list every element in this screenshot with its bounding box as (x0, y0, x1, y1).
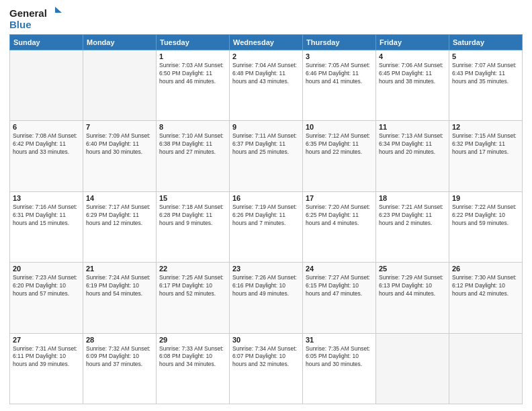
cell-0-2: 1Sunrise: 7:03 AM Sunset: 6:50 PM Daylig… (157, 50, 230, 121)
cell-day-number: 15 (159, 194, 226, 202)
cell-3-3: 23Sunrise: 7:26 AM Sunset: 6:16 PM Dayli… (230, 263, 303, 333)
cell-info-text: Sunrise: 7:17 AM Sunset: 6:29 PM Dayligh… (86, 203, 153, 228)
cell-1-6: 12Sunrise: 7:15 AM Sunset: 6:32 PM Dayli… (449, 121, 523, 191)
cell-2-1: 14Sunrise: 7:17 AM Sunset: 6:29 PM Dayli… (83, 191, 157, 262)
logo-bird-icon (48, 7, 62, 19)
cell-day-number: 14 (86, 194, 153, 202)
cell-4-2: 29Sunrise: 7:33 AM Sunset: 6:08 PM Dayli… (157, 333, 230, 404)
header-sunday: Sunday (10, 35, 83, 50)
cell-info-text: Sunrise: 7:35 AM Sunset: 6:05 PM Dayligh… (306, 345, 373, 369)
cell-day-number: 5 (452, 52, 519, 60)
cell-info-text: Sunrise: 7:11 AM Sunset: 6:37 PM Dayligh… (232, 132, 300, 156)
cell-day-number: 16 (232, 194, 300, 202)
cell-info-text: Sunrise: 7:19 AM Sunset: 6:26 PM Dayligh… (232, 203, 300, 228)
cell-day-number: 7 (86, 123, 153, 131)
cell-0-3: 2Sunrise: 7:04 AM Sunset: 6:48 PM Daylig… (230, 50, 303, 121)
cell-1-0: 6Sunrise: 7:08 AM Sunset: 6:42 PM Daylig… (10, 121, 83, 191)
cell-3-0: 20Sunrise: 7:23 AM Sunset: 6:20 PM Dayli… (10, 263, 83, 333)
cell-3-4: 24Sunrise: 7:27 AM Sunset: 6:15 PM Dayli… (303, 263, 376, 333)
cell-info-text: Sunrise: 7:23 AM Sunset: 6:20 PM Dayligh… (13, 274, 80, 298)
cell-3-6: 26Sunrise: 7:30 AM Sunset: 6:12 PM Dayli… (449, 263, 523, 333)
cell-2-0: 13Sunrise: 7:16 AM Sunset: 6:31 PM Dayli… (10, 191, 83, 262)
header-friday: Friday (376, 35, 449, 50)
cell-info-text: Sunrise: 7:09 AM Sunset: 6:40 PM Dayligh… (86, 132, 153, 156)
cell-day-number: 17 (306, 194, 373, 202)
cell-day-number: 3 (306, 52, 373, 60)
cell-day-number: 1 (159, 52, 226, 60)
cell-0-4: 3Sunrise: 7:05 AM Sunset: 6:46 PM Daylig… (303, 50, 376, 121)
cell-day-number: 4 (379, 52, 446, 60)
cell-day-number: 28 (86, 336, 153, 344)
cell-day-number: 27 (13, 336, 80, 344)
cell-1-5: 11Sunrise: 7:13 AM Sunset: 6:34 PM Dayli… (376, 121, 449, 191)
cell-day-number: 6 (13, 123, 80, 131)
cell-info-text: Sunrise: 7:10 AM Sunset: 6:38 PM Dayligh… (159, 132, 226, 156)
cell-info-text: Sunrise: 7:25 AM Sunset: 6:17 PM Dayligh… (159, 274, 226, 298)
cell-info-text: Sunrise: 7:05 AM Sunset: 6:46 PM Dayligh… (306, 62, 373, 86)
cell-1-3: 9Sunrise: 7:11 AM Sunset: 6:37 PM Daylig… (230, 121, 303, 191)
cell-3-2: 22Sunrise: 7:25 AM Sunset: 6:17 PM Dayli… (157, 263, 230, 333)
page: General Blue SundayMondayTuesdayWednesda… (0, 0, 532, 411)
cell-day-number: 25 (379, 265, 446, 273)
cell-4-3: 30Sunrise: 7:34 AM Sunset: 6:07 PM Dayli… (230, 333, 303, 404)
cell-day-number: 8 (159, 123, 226, 131)
cell-2-3: 16Sunrise: 7:19 AM Sunset: 6:26 PM Dayli… (230, 191, 303, 262)
cell-3-1: 21Sunrise: 7:24 AM Sunset: 6:19 PM Dayli… (83, 263, 157, 333)
header: General Blue (9, 7, 523, 30)
cell-info-text: Sunrise: 7:34 AM Sunset: 6:07 PM Dayligh… (232, 345, 300, 369)
cell-day-number: 11 (379, 123, 446, 131)
cell-day-number: 29 (159, 336, 226, 344)
cell-0-0 (10, 50, 83, 121)
week-row-5: 27Sunrise: 7:31 AM Sunset: 6:11 PM Dayli… (10, 333, 523, 404)
cell-2-6: 19Sunrise: 7:22 AM Sunset: 6:22 PM Dayli… (449, 191, 523, 262)
header-saturday: Saturday (449, 35, 523, 50)
cell-0-1 (83, 50, 157, 121)
cell-info-text: Sunrise: 7:31 AM Sunset: 6:11 PM Dayligh… (13, 345, 80, 369)
cell-0-6: 5Sunrise: 7:07 AM Sunset: 6:43 PM Daylig… (449, 50, 523, 121)
cell-4-0: 27Sunrise: 7:31 AM Sunset: 6:11 PM Dayli… (10, 333, 83, 404)
cell-info-text: Sunrise: 7:13 AM Sunset: 6:34 PM Dayligh… (379, 132, 446, 156)
cell-day-number: 31 (306, 336, 373, 344)
cell-1-2: 8Sunrise: 7:10 AM Sunset: 6:38 PM Daylig… (157, 121, 230, 191)
cell-4-6 (449, 333, 523, 404)
cell-1-1: 7Sunrise: 7:09 AM Sunset: 6:40 PM Daylig… (83, 121, 157, 191)
cell-4-1: 28Sunrise: 7:32 AM Sunset: 6:09 PM Dayli… (83, 333, 157, 404)
cell-0-5: 4Sunrise: 7:06 AM Sunset: 6:45 PM Daylig… (376, 50, 449, 121)
cell-info-text: Sunrise: 7:24 AM Sunset: 6:19 PM Dayligh… (86, 274, 153, 298)
cell-info-text: Sunrise: 7:07 AM Sunset: 6:43 PM Dayligh… (452, 62, 519, 86)
week-row-2: 6Sunrise: 7:08 AM Sunset: 6:42 PM Daylig… (10, 121, 523, 191)
header-thursday: Thursday (303, 35, 376, 50)
calendar-header-row: SundayMondayTuesdayWednesdayThursdayFrid… (10, 35, 523, 50)
cell-info-text: Sunrise: 7:08 AM Sunset: 6:42 PM Dayligh… (13, 132, 80, 156)
cell-day-number: 12 (452, 123, 519, 131)
cell-4-5 (376, 333, 449, 404)
header-wednesday: Wednesday (230, 35, 303, 50)
cell-day-number: 18 (379, 194, 446, 202)
cell-info-text: Sunrise: 7:04 AM Sunset: 6:48 PM Dayligh… (232, 62, 300, 86)
week-row-1: 1Sunrise: 7:03 AM Sunset: 6:50 PM Daylig… (10, 50, 523, 121)
cell-info-text: Sunrise: 7:03 AM Sunset: 6:50 PM Dayligh… (159, 62, 226, 86)
cell-3-5: 25Sunrise: 7:29 AM Sunset: 6:13 PM Dayli… (376, 263, 449, 333)
week-row-3: 13Sunrise: 7:16 AM Sunset: 6:31 PM Dayli… (10, 191, 523, 262)
svg-marker-0 (55, 7, 62, 13)
cell-2-2: 15Sunrise: 7:18 AM Sunset: 6:28 PM Dayli… (157, 191, 230, 262)
logo: General Blue (9, 7, 62, 30)
cell-2-5: 18Sunrise: 7:21 AM Sunset: 6:23 PM Dayli… (376, 191, 449, 262)
cell-1-4: 10Sunrise: 7:12 AM Sunset: 6:35 PM Dayli… (303, 121, 376, 191)
cell-info-text: Sunrise: 7:20 AM Sunset: 6:25 PM Dayligh… (306, 203, 373, 228)
cell-day-number: 30 (232, 336, 300, 344)
week-row-4: 20Sunrise: 7:23 AM Sunset: 6:20 PM Dayli… (10, 263, 523, 333)
cell-info-text: Sunrise: 7:15 AM Sunset: 6:32 PM Dayligh… (452, 132, 519, 156)
cell-4-4: 31Sunrise: 7:35 AM Sunset: 6:05 PM Dayli… (303, 333, 376, 404)
cell-info-text: Sunrise: 7:16 AM Sunset: 6:31 PM Dayligh… (13, 203, 80, 228)
cell-day-number: 21 (86, 265, 153, 273)
cell-day-number: 24 (306, 265, 373, 273)
cell-day-number: 19 (452, 194, 519, 202)
cell-day-number: 20 (13, 265, 80, 273)
header-tuesday: Tuesday (157, 35, 230, 50)
cell-day-number: 26 (452, 265, 519, 273)
calendar-table: SundayMondayTuesdayWednesdayThursdayFrid… (9, 34, 523, 404)
cell-info-text: Sunrise: 7:26 AM Sunset: 6:16 PM Dayligh… (232, 274, 300, 298)
cell-day-number: 23 (232, 265, 300, 273)
cell-2-4: 17Sunrise: 7:20 AM Sunset: 6:25 PM Dayli… (303, 191, 376, 262)
